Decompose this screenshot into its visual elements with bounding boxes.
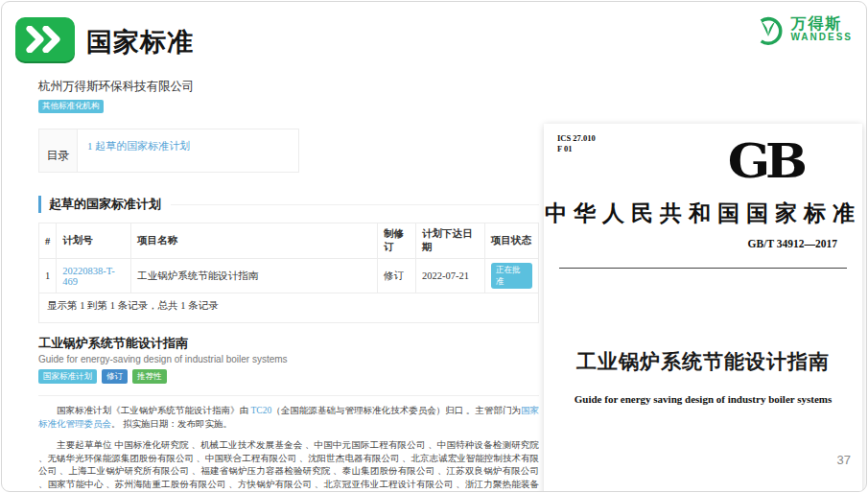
badge-recommended: 推荐性: [132, 369, 167, 384]
cover-nation-title: 中华人民共和国国家标准: [544, 199, 862, 228]
drafting-units-text: 主要起草单位 中国标准化研究院 、机械工业技术发展基金会 、中国中元国际工程有限…: [38, 440, 539, 492]
col-index: #: [39, 223, 57, 259]
cell-index: 1: [39, 259, 57, 293]
badge-national-plan: 国家标准计划: [38, 369, 97, 384]
gb-standard-cover: ICS 27.010 F 01 GB 中华人民共和国国家标准 GB/T 3491…: [544, 124, 862, 492]
table-header-row: # 计划号 项目名称 制修订 计划下达日期 项目状态: [39, 223, 539, 259]
company-name: 杭州万得斯环保科技有限公司: [38, 79, 539, 95]
paragraph-drafting-units: 主要起草单位 中国标准化研究院 、机械工业技术发展基金会 、中国中元国际工程有限…: [38, 439, 539, 492]
company-tag-badge: 其他标准化机构: [38, 100, 104, 113]
brand-name-en: WANDESS: [790, 33, 853, 43]
brand-logo: 万得斯 WANDESS: [752, 13, 853, 46]
section-title: 起草的国家标准计划: [38, 196, 161, 213]
divider: [38, 395, 539, 396]
tc20-link[interactable]: TC20: [251, 406, 272, 415]
brand-name-cn: 万得斯: [790, 16, 853, 33]
paragraph-plan-info: 国家标准计划《工业锅炉系统节能设计指南》由 TC20（全国能源基础与管理标准化技…: [38, 405, 539, 431]
cover-doc-title: 工业锅炉系统节能设计指南: [544, 348, 862, 375]
standard-badges: 国家标准计划 修订 推荐性: [38, 369, 539, 384]
cell-revision: 修订: [378, 259, 416, 293]
col-project-name: 项目名称: [131, 223, 378, 259]
badge-revision: 修订: [102, 369, 128, 384]
para1-text3: 。 拟实施日期：发布即实施。: [111, 419, 232, 429]
wandess-leaf-icon: [752, 13, 785, 46]
section-rule: [171, 204, 539, 205]
col-plan-no: 计划号: [57, 223, 131, 259]
table-record-summary: 显示第 1 到第 1 条记录，总共 1 条记录: [38, 293, 539, 323]
toc-box: 目录 1 起草的国家标准计划: [38, 129, 299, 173]
gb-logo: GB: [728, 133, 803, 189]
toc-link-drafted-plans[interactable]: 1 起草的国家标准计划: [87, 140, 190, 152]
cover-doc-title-en: Guide for energy saving design of indust…: [544, 393, 862, 405]
standard-plan-webpage-capture: 杭州万得斯环保科技有限公司 其他标准化机构 目录 1 起草的国家标准计划 起草的…: [38, 79, 539, 492]
col-status: 项目状态: [485, 223, 539, 259]
ics-line2: F 01: [557, 144, 596, 154]
col-revision: 制修订: [378, 223, 416, 259]
standard-title-cn: 工业锅炉系统节能设计指南: [38, 335, 539, 352]
col-issue-date: 计划下达日期: [416, 223, 485, 259]
standard-title-en: Guide for energy-saving design of indust…: [38, 354, 539, 364]
page-title: 国家标准: [86, 25, 194, 59]
double-chevron-icon: [15, 17, 75, 61]
toc-label: 目录: [39, 129, 78, 172]
cell-project-name: 工业锅炉系统节能设计指南: [131, 259, 378, 293]
standard-plan-table: # 计划号 项目名称 制修订 计划下达日期 项目状态 1 20220838-T-…: [38, 223, 539, 293]
presentation-slide: 国家标准 万得斯 WANDESS 杭州万得斯环保科技有限公司 其他标准化机构 目…: [1, 1, 867, 492]
cover-rule: [559, 268, 847, 269]
cover-standard-number: GB/T 34912—2017: [748, 238, 837, 249]
table-row: 1 20220838-T-469 工业锅炉系统节能设计指南 修订 2022-07…: [39, 259, 539, 293]
para1-text2: （全国能源基础与管理标准化技术委员会）归口 。主管部门为: [271, 406, 521, 415]
status-badge: 正在批准: [491, 263, 532, 289]
cell-issue-date: 2022-07-21: [416, 259, 485, 293]
para1-text: 国家标准计划《工业锅炉系统节能设计指南》由: [57, 406, 251, 415]
slide-page-number: 37: [837, 453, 851, 467]
plan-number-link[interactable]: 20220838-T-469: [62, 266, 114, 287]
ics-line1: ICS 27.010: [557, 133, 596, 144]
ics-code: ICS 27.010 F 01: [557, 133, 596, 153]
